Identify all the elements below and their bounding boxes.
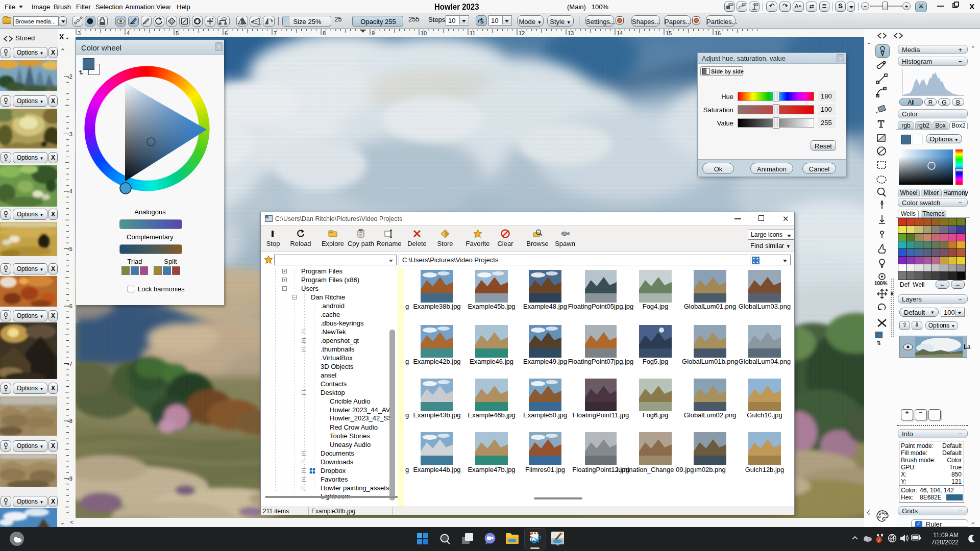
svg-text:12: 12 <box>519 30 525 36</box>
svg-text:-6: -6 <box>67 303 72 309</box>
svg-text:-7: -7 <box>67 361 72 367</box>
svg-text:4: 4 <box>127 30 130 36</box>
svg-text:15: 15 <box>666 30 672 36</box>
svg-text:3: 3 <box>78 30 81 36</box>
svg-text:-4: -4 <box>67 188 72 194</box>
svg-text:-9: -9 <box>67 475 72 482</box>
svg-text:S: S <box>480 19 484 24</box>
svg-text:13: 13 <box>568 30 574 36</box>
svg-text:-3: -3 <box>67 131 72 137</box>
svg-text:8: 8 <box>323 30 326 36</box>
svg-text:⌃: ⌃ <box>60 47 66 55</box>
svg-text:T: T <box>878 118 884 130</box>
svg-text:-5: -5 <box>67 246 72 252</box>
svg-text:5: 5 <box>176 30 179 36</box>
svg-text:10: 10 <box>421 30 427 36</box>
svg-text:16: 16 <box>715 30 721 36</box>
svg-text:-2: -2 <box>67 73 72 80</box>
svg-text:7: 7 <box>274 30 277 36</box>
svg-text:-8: -8 <box>67 418 72 424</box>
svg-text:6: 6 <box>225 30 228 36</box>
svg-text:14: 14 <box>617 30 623 36</box>
svg-text:7: 7 <box>877 538 880 543</box>
svg-text:11: 11 <box>470 30 475 36</box>
svg-text:9: 9 <box>372 30 375 36</box>
